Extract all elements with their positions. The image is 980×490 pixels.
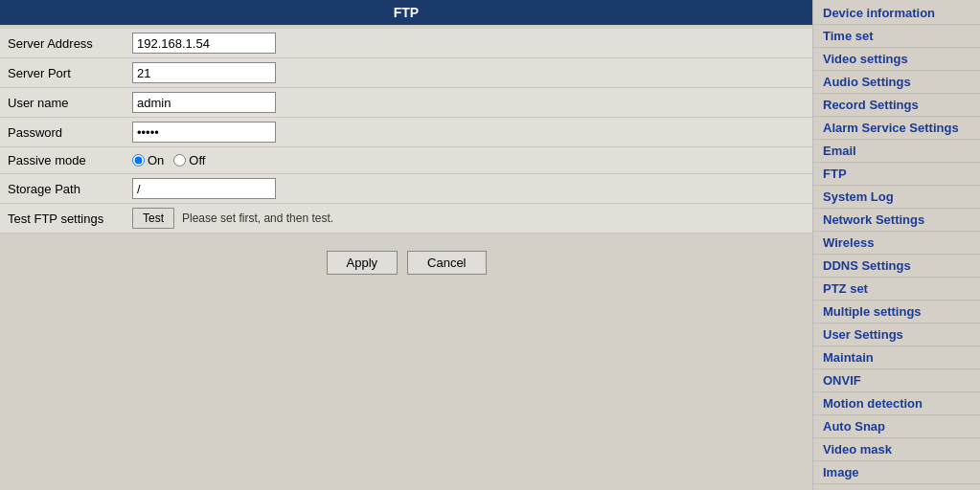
password-input[interactable] [132,122,276,143]
sidebar-item-onvif[interactable]: ONVIF [813,369,980,392]
action-row: Apply Cancel [0,237,812,284]
sidebar-item-system-log[interactable]: System Log [813,186,980,209]
passive-mode-label: Passive mode [8,153,132,167]
sidebar-item-audio-settings[interactable]: Audio Settings [813,71,980,94]
sidebar-item-ftp[interactable]: FTP [813,163,980,186]
sidebar-item-device-information[interactable]: Device information [813,2,980,25]
storage-path-input[interactable] [132,178,276,199]
server-address-row: Server Address [0,29,812,58]
server-address-label: Server Address [8,36,132,51]
server-port-label: Server Port [8,66,132,80]
passive-on-label[interactable]: On [132,153,164,167]
sidebar-item-image[interactable]: Image [813,461,980,484]
sidebar-item-email[interactable]: Email [813,140,980,163]
sidebar-item-ddns-settings[interactable]: DDNS Settings [813,255,980,278]
passive-mode-row: Passive mode On Off [0,147,812,174]
test-ftp-button[interactable]: Test [132,208,174,229]
server-port-input[interactable] [132,62,276,83]
server-port-row: Server Port [0,58,812,88]
test-ftp-row: Test FTP settings Test Please set first,… [0,204,812,234]
sidebar-item-maintain[interactable]: Maintain [813,346,980,369]
test-ftp-hint: Please set first, and then test. [182,212,333,225]
passive-off-radio[interactable] [173,154,186,167]
sidebar-item-ptz-set[interactable]: PTZ set [813,278,980,301]
server-address-input[interactable] [132,33,276,54]
username-row: User name [0,88,812,118]
sidebar-item-video-settings[interactable]: Video settings [813,48,980,71]
test-ftp-label: Test FTP settings [8,212,132,226]
sidebar-item-multiple-settings[interactable]: Multiple settings [813,301,980,323]
page-title: FTP [0,0,812,25]
username-label: User name [8,96,132,110]
cancel-button[interactable]: Cancel [407,251,486,275]
main-content: FTP Server Address Server Port User name… [0,0,812,490]
sidebar-item-back[interactable]: Back [813,484,980,490]
sidebar-item-time-set[interactable]: Time set [813,25,980,48]
form-area: Server Address Server Port User name Pas… [0,25,812,237]
sidebar-item-record-settings[interactable]: Record Settings [813,94,980,117]
passive-on-radio[interactable] [132,154,145,167]
sidebar-item-auto-snap[interactable]: Auto Snap [813,415,980,438]
username-input[interactable] [132,92,276,113]
apply-button[interactable]: Apply [327,251,399,275]
storage-path-row: Storage Path [0,174,812,204]
passive-mode-radio-group: On Off [132,153,205,167]
passive-off-label[interactable]: Off [173,153,205,167]
sidebar-item-alarm-service-settings[interactable]: Alarm Service Settings [813,117,980,140]
sidebar-item-video-mask[interactable]: Video mask [813,438,980,461]
password-row: Password [0,118,812,147]
sidebar-item-user-settings[interactable]: User Settings [813,323,980,346]
password-label: Password [8,125,132,140]
sidebar-item-motion-detection[interactable]: Motion detection [813,392,980,415]
sidebar-item-network-settings[interactable]: Network Settings [813,209,980,232]
storage-path-label: Storage Path [8,182,132,196]
sidebar: Device informationTime setVideo settings… [812,0,980,490]
sidebar-item-wireless[interactable]: Wireless [813,232,980,255]
